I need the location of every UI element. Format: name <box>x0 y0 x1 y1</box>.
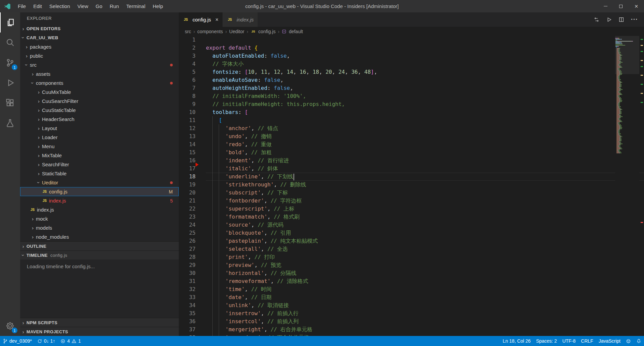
code-line-2[interactable]: 2export default { <box>179 44 644 52</box>
code-line-23[interactable]: 23 'formatmatch', // 格式刷 <box>179 213 644 221</box>
split-editor-icon[interactable] <box>619 17 624 22</box>
code-line-30[interactable]: 30 'horizontal', // 分隔线 <box>179 269 644 277</box>
code-editor[interactable]: 12export default {3 autoFloatEnabled: fa… <box>179 36 644 336</box>
code-line-3[interactable]: 3 autoFloatEnabled: false, <box>179 52 644 60</box>
code-line-31[interactable]: 31 'removeformat', // 清除格式 <box>179 277 644 285</box>
activitybar-explorer[interactable] <box>0 12 20 33</box>
menu-selection[interactable]: Selection <box>46 0 74 12</box>
breadcrumb-default-symbol[interactable]: default <box>289 29 303 34</box>
eol-setting[interactable]: CRLF <box>578 336 596 346</box>
encoding-setting[interactable]: UTF-8 <box>559 336 578 346</box>
code-line-9[interactable]: 9 // initialFrameHeight: this.props.heig… <box>179 100 644 108</box>
code-line-10[interactable]: 10 toolbars: [ <box>179 108 644 116</box>
tree-item-searchfilter[interactable]: ›SearchFilter <box>20 160 179 169</box>
code-line-8[interactable]: 8 // initialFrameWidth: '100%', <box>179 92 644 100</box>
code-line-20[interactable]: 20 'subscript', // 下标 <box>179 189 644 197</box>
tree-item-components[interactable]: ›components <box>20 78 179 88</box>
section-maven-projects[interactable]: › MAVEN PROJECTS <box>20 327 179 336</box>
menu-view[interactable]: View <box>74 0 92 12</box>
tree-item-index-js[interactable]: JSindex.js <box>20 205 179 214</box>
tree-item-config-js[interactable]: JSconfig.jsM <box>20 187 179 196</box>
section-project-root[interactable]: › CAR_UU_WEB <box>20 33 179 42</box>
tree-item-index-js[interactable]: JSindex.js5 <box>20 196 179 205</box>
tree-item-node-modules[interactable]: ›node_modules <box>20 232 179 241</box>
tree-item-models[interactable]: ›models <box>20 223 179 232</box>
code-line-11[interactable]: 11 [ <box>179 116 644 124</box>
tree-item-menu[interactable]: ›Menu <box>20 142 179 151</box>
indentation-setting[interactable]: Spaces: 2 <box>533 336 559 346</box>
tab-config-js[interactable]: JS config.js × <box>179 12 223 27</box>
minimize-button[interactable] <box>598 0 613 12</box>
minimap-slider[interactable] <box>615 36 639 74</box>
tree-item-cuumixtable[interactable]: ›CuuMixTable <box>20 88 179 97</box>
code-line-15[interactable]: 15 'bold', // 加粗 <box>179 149 644 157</box>
sync-indicator[interactable]: 0↓ 1↑ <box>35 336 58 346</box>
menu-help[interactable]: Help <box>149 0 167 12</box>
code-line-12[interactable]: 12 'anchor', // 锚点 <box>179 124 644 132</box>
section-npm-scripts[interactable]: › NPM SCRIPTS <box>20 318 179 327</box>
code-line-35[interactable]: 35 'insertrow', // 前插入行 <box>179 309 644 318</box>
tree-item-mixtable[interactable]: ›MixTable <box>20 151 179 160</box>
activitybar-manage[interactable]: 1 <box>0 316 20 336</box>
menu-edit[interactable]: Edit <box>30 0 46 12</box>
code-line-22[interactable]: 22 'superscript', // 上标 <box>179 205 644 213</box>
code-line-34[interactable]: 34 'unlink', // 取消链接 <box>179 301 644 309</box>
tree-item-loader[interactable]: ›Loader <box>20 133 179 142</box>
feedback-button[interactable] <box>623 336 634 346</box>
code-line-37[interactable]: 37 'mergeright', // 右合并单元格 <box>179 326 644 334</box>
more-actions-icon[interactable]: ··· <box>631 16 638 23</box>
overview-ruler[interactable] <box>639 36 644 336</box>
code-line-38[interactable]: 38 'mergedown', // 下合并单元格 <box>179 334 644 336</box>
problems-indicator[interactable]: 4 1 <box>58 336 84 346</box>
activitybar-extensions[interactable] <box>0 93 20 113</box>
code-line-32[interactable]: 32 'time', // 时间 <box>179 285 644 293</box>
code-line-33[interactable]: 33 'date', // 日期 <box>179 293 644 301</box>
activitybar-source-control[interactable]: 1 <box>0 53 20 73</box>
code-line-27[interactable]: 27 'selectall', // 全选 <box>179 245 644 253</box>
tree-item-src[interactable]: ›src <box>20 60 179 69</box>
tree-item-ueditor[interactable]: ›Ueditor <box>20 178 179 187</box>
tree-item-cuusearchfilter[interactable]: ›CuuSearchFilter <box>20 97 179 106</box>
tree-item-assets[interactable]: ›assets <box>20 69 179 78</box>
minimap[interactable] <box>615 36 639 336</box>
activitybar-run-debug[interactable] <box>0 73 20 93</box>
menu-run[interactable]: Run <box>106 0 123 12</box>
tab-index-js[interactable]: JS index.js <box>223 12 258 27</box>
code-line-14[interactable]: 14 'redo', // 重做 <box>179 140 644 149</box>
menu-file[interactable]: File <box>14 0 30 12</box>
breadcrumb-config-js[interactable]: config.js <box>258 29 275 34</box>
tree-item-cuustatictable[interactable]: ›CuuStaticTable <box>20 106 179 115</box>
tree-item-mock[interactable]: ›mock <box>20 214 179 223</box>
maximize-button[interactable] <box>613 0 629 12</box>
code-line-18[interactable]: 18 'underline', // 下划线 <box>179 173 644 181</box>
breadcrumb-components[interactable]: components <box>197 29 223 34</box>
code-line-36[interactable]: 36 'insertcol', // 前插入列 <box>179 318 644 326</box>
tree-item-public[interactable]: ›public <box>20 51 179 60</box>
code-line-6[interactable]: 6 enableAutoSave: false, <box>179 76 644 84</box>
tree-item-packages[interactable]: ›packages <box>20 42 179 51</box>
tree-item-statictable[interactable]: ›StaticTable <box>20 169 179 178</box>
code-line-24[interactable]: 24 'source', // 源代码 <box>179 221 644 229</box>
section-open-editors[interactable]: › OPEN EDITORS <box>20 24 179 33</box>
close-tab-icon[interactable]: × <box>215 17 218 23</box>
code-line-16[interactable]: 16 'indent', // 首行缩进 <box>179 157 644 165</box>
code-line-1[interactable]: 1 <box>179 36 644 44</box>
tree-item-layout[interactable]: ›Layout <box>20 124 179 133</box>
section-timeline[interactable]: › TIMELINE config.js <box>20 250 179 260</box>
section-outline[interactable]: › OUTLINE <box>20 241 179 250</box>
code-line-13[interactable]: 13 'undo', // 撤销 <box>179 132 644 140</box>
notifications-button[interactable] <box>634 336 644 346</box>
tree-item-headersearch[interactable]: ›HeaderSearch <box>20 115 179 124</box>
breadcrumb-ueditor[interactable]: Ueditor <box>229 29 244 34</box>
run-file-icon[interactable] <box>606 17 612 22</box>
code-line-17[interactable]: 17 'italic', // 斜体 <box>179 165 644 173</box>
code-line-28[interactable]: 28 'print', // 打印 <box>179 253 644 261</box>
language-mode[interactable]: JavaScript <box>596 336 623 346</box>
code-line-29[interactable]: 29 'preview', // 预览 <box>179 261 644 269</box>
breadcrumb-src[interactable]: src <box>185 29 191 34</box>
open-changes-icon[interactable] <box>594 17 599 22</box>
code-line-25[interactable]: 25 'blockquote', // 引用 <box>179 229 644 237</box>
code-line-26[interactable]: 26 'pasteplain', // 纯文本粘贴模式 <box>179 237 644 245</box>
close-button[interactable]: ✕ <box>629 0 644 12</box>
menu-terminal[interactable]: Terminal <box>123 0 149 12</box>
